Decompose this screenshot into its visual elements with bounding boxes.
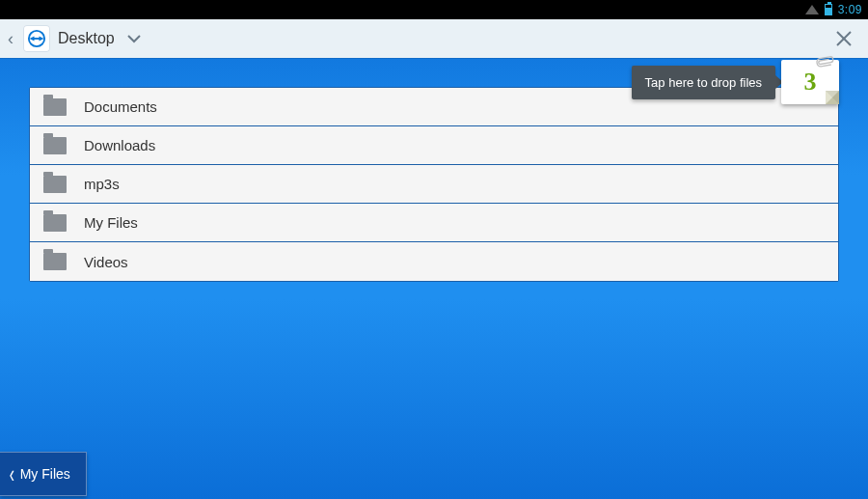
back-icon[interactable]: ‹ [6,29,15,49]
app-header: ‹ Desktop [0,19,868,58]
my-files-label: My Files [20,466,70,482]
folder-icon [43,176,67,193]
drop-badge[interactable]: 3 [781,60,839,104]
status-clock: 3:09 [838,3,862,16]
list-item[interactable]: Videos [30,242,838,281]
wifi-icon [805,5,819,14]
location-dropdown[interactable] [126,30,142,47]
list-item[interactable]: Downloads [30,126,838,165]
file-name: My Files [84,214,138,231]
list-item[interactable]: My Files [30,204,838,242]
file-name: Downloads [84,137,155,153]
drop-files-area[interactable]: Tap here to drop files 3 [632,60,839,104]
file-name: mp3s [84,176,120,192]
svg-marker-1 [30,37,35,42]
file-browser: Documents Downloads mp3s My Files Videos [0,58,868,499]
file-name: Documents [84,98,157,115]
file-list: Documents Downloads mp3s My Files Videos [29,87,839,282]
file-name: Videos [84,254,128,270]
android-status-bar: 3:09 [0,0,868,19]
battery-icon [825,4,832,15]
location-title: Desktop [58,30,115,47]
drop-badge-count: 3 [804,68,817,97]
svg-rect-3 [34,38,40,40]
drop-tooltip: Tap here to drop files [632,66,775,99]
folder-icon [43,137,67,154]
folder-icon [43,253,67,270]
folder-icon [43,214,67,232]
folder-icon [43,98,67,116]
teamviewer-app-icon[interactable] [23,25,50,52]
close-icon[interactable] [829,24,858,53]
list-item[interactable]: mp3s [30,165,838,204]
chevron-left-icon: ‹ [10,461,14,486]
drop-tooltip-text: Tap here to drop files [645,75,762,90]
my-files-button[interactable]: ‹ My Files [0,452,87,496]
svg-marker-2 [40,37,44,42]
